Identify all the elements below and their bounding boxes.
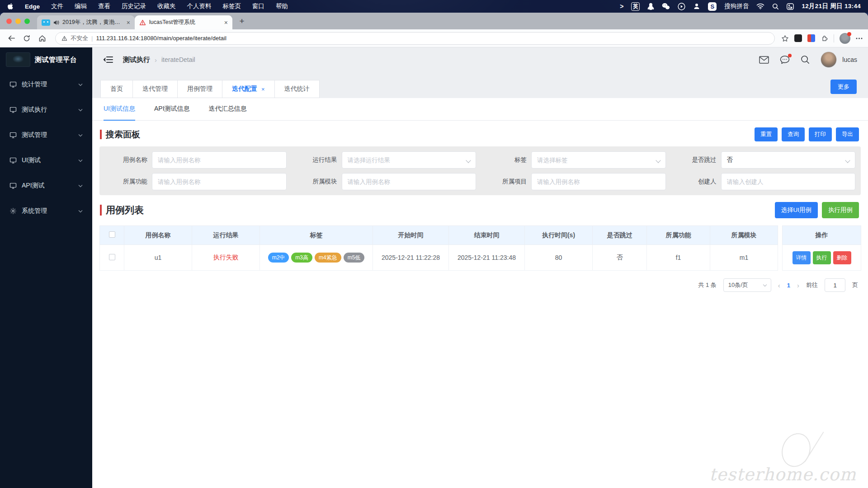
row-checkbox[interactable] (109, 254, 115, 260)
sidebar-item-system-management[interactable]: 系统管理 (0, 198, 92, 224)
input-method-icon[interactable]: 英 (631, 2, 640, 11)
subtab-iteration-summary[interactable]: 迭代汇总信息 (209, 98, 247, 121)
tag-select[interactable] (531, 151, 666, 169)
new-tab-button[interactable]: + (236, 16, 248, 26)
search-icon[interactable] (801, 55, 810, 64)
ime-name[interactable]: 搜狗拼音 (724, 2, 749, 10)
delete-button[interactable]: 删除 (833, 251, 851, 264)
query-button[interactable]: 查询 (782, 127, 805, 141)
control-center-icon[interactable] (787, 3, 794, 10)
page-size-select[interactable]: 10条/页 (723, 278, 771, 292)
tab-close-icon[interactable]: × (224, 19, 228, 26)
spotlight-search-icon[interactable] (772, 3, 779, 10)
menubar-item-view[interactable]: 查看 (98, 2, 110, 10)
subtab-ui-test-info[interactable]: UI测试信息 (104, 98, 135, 121)
sidebar-item-test-execution[interactable]: 测试执行 (0, 97, 92, 122)
back-icon[interactable] (5, 32, 18, 45)
run-result-select[interactable] (342, 151, 476, 169)
sidebar-item-statistics[interactable]: 统计管理 (0, 72, 92, 97)
creator-input[interactable] (721, 173, 856, 190)
execute-button[interactable]: 执行 (813, 251, 831, 264)
menubar-item-help[interactable]: 帮助 (276, 2, 288, 10)
menubar-item-window[interactable]: 窗口 (252, 2, 264, 10)
cell-function: f1 (647, 245, 710, 271)
extensions-puzzle-icon[interactable] (821, 34, 828, 42)
sidebar-item-api-test[interactable]: API测试 (0, 173, 92, 198)
tab-home[interactable]: 首页 (100, 80, 133, 98)
browser-tab-active[interactable]: lucasTest管理系统 × (135, 15, 232, 29)
prev-page-icon[interactable]: ‹ (778, 282, 780, 289)
search-panel-title: 搜索面板 (100, 130, 140, 140)
refresh-icon[interactable] (20, 32, 33, 45)
sidebar-item-label: 统计管理 (22, 80, 47, 89)
username[interactable]: lucas (842, 56, 857, 63)
tab-iteration-management[interactable]: 迭代管理 (132, 80, 178, 98)
detail-button[interactable]: 详情 (793, 251, 811, 264)
sidebar-item-ui-test[interactable]: UI测试 (0, 148, 92, 173)
message-icon[interactable] (780, 56, 790, 64)
menubar-item-history[interactable]: 历史记录 (122, 2, 146, 10)
url-text[interactable]: 111.231.116.124:18080/main/operate/itera… (96, 35, 226, 42)
user-menu-icon[interactable] (693, 3, 700, 10)
home-icon[interactable] (35, 32, 49, 45)
select-all-checkbox[interactable] (109, 231, 115, 238)
export-button[interactable]: 导出 (836, 127, 859, 141)
select-ui-case-button[interactable]: 选择UI用例 (775, 202, 818, 218)
wechat-icon[interactable] (662, 3, 670, 10)
menubar-item-edit[interactable]: 编辑 (75, 2, 87, 10)
wifi-icon[interactable] (756, 3, 764, 9)
favorite-star-icon[interactable] (781, 35, 789, 42)
menubar-item-tabs[interactable]: 标签页 (223, 2, 241, 10)
close-icon[interactable]: × (261, 86, 265, 93)
user-avatar[interactable] (821, 52, 837, 68)
browser-profile-avatar[interactable] (840, 33, 850, 44)
function-input[interactable] (152, 173, 287, 190)
hidden-icons-chevron-icon[interactable]: > (620, 3, 623, 10)
close-window-button[interactable] (6, 19, 12, 24)
zoom-window-button[interactable] (24, 19, 30, 24)
tab-iteration-statistics[interactable]: 迭代统计 (274, 80, 320, 98)
collapse-sidebar-icon[interactable] (103, 56, 113, 63)
mail-icon[interactable] (759, 56, 769, 64)
sidebar-item-test-management[interactable]: 测试管理 (0, 122, 92, 148)
app-main: 测试执行 › iterateDetail lu (92, 47, 868, 488)
page-number[interactable]: 1 (787, 282, 790, 289)
breadcrumb-section[interactable]: 测试执行 (123, 56, 150, 64)
field-label: 标签 (484, 156, 527, 164)
search-form: 用例名称 运行结果 标签 是否跳过 所属功能 所属模块 (99, 146, 861, 195)
goto-page-input[interactable] (825, 278, 845, 292)
insecure-warning-icon[interactable] (61, 36, 67, 41)
menubar-item-file[interactable]: 文件 (51, 2, 63, 10)
browser-tab-video[interactable]: 2019年，沈腾，黄渤联手“征… × (37, 15, 135, 29)
skip-select[interactable] (721, 151, 856, 169)
extension-dark-icon[interactable] (794, 34, 802, 42)
tab-case-management[interactable]: 用例管理 (177, 80, 222, 98)
extension-redblue-icon[interactable] (807, 34, 815, 42)
module-input[interactable] (342, 173, 476, 190)
menubar-item-favorites[interactable]: 收藏夹 (157, 2, 176, 10)
sogou-icon[interactable]: S (708, 2, 717, 11)
security-label[interactable]: 不安全 (71, 34, 88, 42)
print-button[interactable]: 打印 (809, 127, 832, 141)
run-case-button[interactable]: 执行用例 (822, 202, 859, 218)
more-button[interactable]: 更多 (830, 80, 857, 94)
project-input[interactable] (531, 173, 666, 190)
qq-icon[interactable] (647, 3, 654, 10)
reset-button[interactable]: 重置 (755, 127, 778, 141)
subtab-api-test-info[interactable]: API测试信息 (154, 98, 190, 121)
case-name-input[interactable] (152, 151, 287, 169)
play-circle-icon[interactable] (678, 3, 685, 10)
menubar-app-name[interactable]: Edge (25, 3, 40, 10)
audio-playing-icon[interactable] (53, 20, 59, 25)
menubar-clock[interactable]: 12月21日 周日 13:44 (802, 2, 861, 10)
minimize-window-button[interactable] (15, 19, 21, 24)
address-bar[interactable]: 不安全 | 111.231.116.124:18080/main/operate… (55, 32, 775, 45)
case-table: 用例名称 运行结果 标签 开始时间 结束时间 执行时间(s) 是否跳过 所属功能… (99, 225, 861, 271)
tab-iteration-config[interactable]: 迭代配置 × (222, 80, 275, 98)
next-page-icon[interactable]: › (797, 282, 799, 289)
field-label: 所属模块 (295, 178, 337, 186)
tab-close-icon[interactable]: × (127, 19, 130, 26)
apple-icon[interactable] (7, 3, 14, 10)
menubar-item-profile[interactable]: 个人资料 (187, 2, 212, 10)
browser-menu-icon[interactable] (856, 38, 863, 39)
